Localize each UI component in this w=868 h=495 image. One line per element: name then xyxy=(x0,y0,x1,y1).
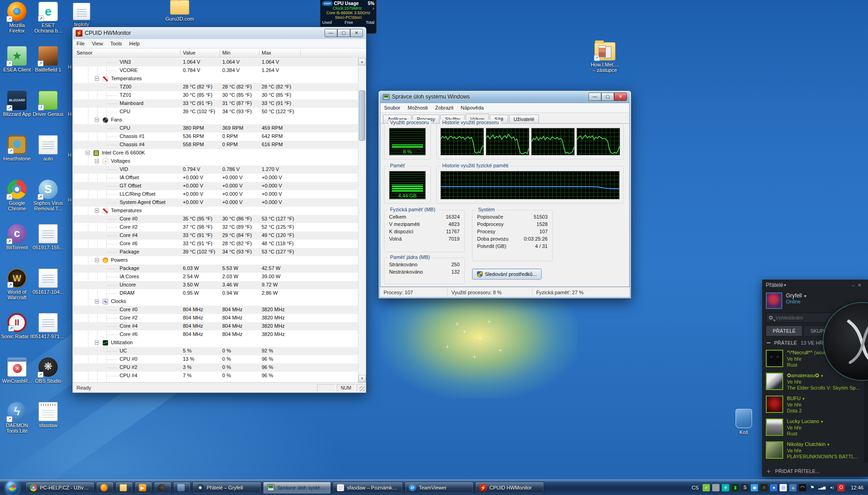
desktop-icon-esea-client[interactable]: ★↗ESEA Client xyxy=(1,46,33,72)
desktop-icon-eset-ochrana-b-[interactable]: e↗ESET Ochrana b... xyxy=(32,2,64,33)
minimize-button[interactable]: – xyxy=(852,282,857,288)
collapse-toggle[interactable] xyxy=(95,258,99,262)
tray-radar-icon[interactable]: ◠ xyxy=(799,484,806,491)
menu-item-help[interactable]: Help xyxy=(126,39,143,48)
scrollbar-thumb[interactable] xyxy=(359,90,365,141)
maximize-button[interactable]: ▢ xyxy=(337,29,350,37)
collapse-toggle[interactable] xyxy=(95,341,99,345)
menu-item-view[interactable]: View xyxy=(88,39,107,48)
clock[interactable]: 12:46 xyxy=(851,485,863,490)
steam-username[interactable]: Gryfell xyxy=(786,292,802,299)
tray-nvidia-icon[interactable]: n xyxy=(760,484,768,491)
desktop-icon-google-chrome[interactable]: ↗Google Chrome xyxy=(1,180,33,211)
column-sensor[interactable]: Sensor xyxy=(77,50,93,55)
menu-item-nápověda[interactable]: Nápověda xyxy=(457,103,487,112)
desktop-icon-teploty[interactable]: teploty xyxy=(68,3,95,27)
steam-friends-header[interactable]: Přátelé ▼ –✕ xyxy=(762,280,868,291)
desktop-icon-051917-155-[interactable]: 051917-155... xyxy=(32,224,64,250)
column-max[interactable]: Max xyxy=(262,50,271,55)
tray-gem-icon[interactable]: ◆ xyxy=(751,484,758,491)
tray-network-icon[interactable]: ▂▄▆ xyxy=(818,484,825,491)
minimize-button[interactable]: — xyxy=(324,29,337,37)
desktop-icon-blizzard-app[interactable]: BLIZZARD↗Blizzard App xyxy=(1,91,33,117)
start-button[interactable] xyxy=(0,480,25,495)
desktop-icon-guru3d[interactable]: Guru3D.com xyxy=(161,0,198,22)
tray-device-icon[interactable] xyxy=(712,484,720,491)
taskbar-button-pc-help-cz-u-ivat-[interactable]: PC-HELP.CZ - Uživat... xyxy=(26,482,94,494)
collapse-toggle[interactable] xyxy=(95,77,99,81)
taskbar-button-blue[interactable] xyxy=(173,482,191,494)
taskbar-button-sfasdaw-pozn-mko-[interactable]: sfasdaw – Poznámko... xyxy=(333,482,403,494)
desktop-icon-bittorrent[interactable]: c↗BitTorrent xyxy=(1,224,33,250)
taskbar-button-firefox[interactable] xyxy=(96,482,114,494)
desktop-icon-sonic-radar-ii[interactable]: II↗Sonic Radar II xyxy=(1,313,33,339)
column-min[interactable]: Min xyxy=(222,50,231,55)
menu-item-možnosti[interactable]: Možnosti xyxy=(404,103,431,112)
desktop-icon-driver-genius[interactable]: ↗Driver Genius xyxy=(32,91,64,117)
tray-shield-icon[interactable]: ▲ xyxy=(789,484,797,491)
language-indicator[interactable]: CS xyxy=(692,485,698,490)
desktop-icon-obs-studio[interactable]: ❋↗OBS Studio xyxy=(32,358,64,384)
close-button[interactable]: ✕ xyxy=(614,93,627,101)
taskbar-button-folder[interactable] xyxy=(115,482,133,494)
desktop-icon-051417-971-[interactable]: 051417-971... xyxy=(32,313,64,339)
tray-obs-icon[interactable]: O xyxy=(837,484,845,491)
add-friend-button[interactable]: + PŘIDAT PŘÍTELE... xyxy=(762,462,868,477)
resource-monitor-button[interactable]: Sledování prostředků... xyxy=(472,269,542,280)
avatar[interactable] xyxy=(766,292,782,309)
resize-grip[interactable] xyxy=(359,386,365,391)
desktop-icon-howimet[interactable]: ↗ How.I.Met.... – zástupce xyxy=(583,42,626,73)
friend-list-item[interactable]: BUFU ▼Ve hřeDota 2 xyxy=(762,393,868,416)
close-button[interactable]: ✕ xyxy=(350,29,363,37)
tray-chrome-icon[interactable]: ◎ xyxy=(780,484,787,491)
maximize-button[interactable]: ▢ xyxy=(601,93,614,101)
desktop-icon-sfasdaw[interactable]: sfasdaw xyxy=(32,402,64,428)
desktop-icon-051617-104-[interactable]: 051617-104... xyxy=(32,269,64,295)
overlay-dial[interactable] xyxy=(824,303,868,380)
task-manager-titlebar[interactable]: Správce úloh systému Windows — ▢ ✕ xyxy=(380,91,630,103)
taskbar-button-teamviewer[interactable]: TeamViewer xyxy=(405,482,473,494)
desktop-icon-wincrashr-[interactable]: WinCrashR... xyxy=(1,358,33,384)
desktop-icon-hearthstone[interactable]: ↗Hearthstone xyxy=(1,135,33,161)
collapse-toggle[interactable] xyxy=(95,209,99,213)
menu-item-soubor[interactable]: Soubor xyxy=(380,103,404,112)
taskbar-button-dark[interactable] xyxy=(154,482,171,494)
close-button[interactable]: ✕ xyxy=(857,282,864,288)
desktop-icon-sophos-virus-removal-t-[interactable]: S↗Sophos Virus Removal T... xyxy=(32,180,64,211)
vertical-scrollbar[interactable]: ▲ ▼ xyxy=(358,58,366,382)
tray-steam-icon[interactable]: S xyxy=(741,484,748,491)
desktop-icon-daemon-tools-lite[interactable]: ϟ↗DAEMON Tools Lite xyxy=(1,402,33,434)
scroll-up-arrow[interactable]: ▲ xyxy=(358,58,366,66)
tray-hwmonitor-icon[interactable]: ▮ xyxy=(731,484,739,491)
tray-sync-icon[interactable]: ✓ xyxy=(703,484,710,491)
tray-sphere-icon[interactable]: ● xyxy=(770,484,777,491)
hwmonitor-titlebar[interactable]: ⚡ CPUID HWMonitor — ▢ ✕ xyxy=(73,27,366,39)
menu-item-tools[interactable]: Tools xyxy=(106,39,126,48)
menu-item-file[interactable]: File xyxy=(73,39,88,48)
collapse-icon[interactable] xyxy=(767,342,770,343)
friend-list-item[interactable]: Nikolay Clutchkin ▼Ve hřePLAYERUNKNOWN'S… xyxy=(762,439,868,462)
desktop-icon-recycle-bin[interactable]: Koš xyxy=(728,409,760,435)
tray-volume-icon[interactable]: ◄) xyxy=(828,484,835,491)
desktop-icon-mozilla-firefox[interactable]: ↗Mozilla Firefox xyxy=(1,2,33,33)
tray-eset-icon[interactable]: e xyxy=(722,484,729,491)
tray-flag-icon[interactable]: ⚑ xyxy=(808,484,816,491)
tab-friends[interactable]: PŘÁTELÉ xyxy=(766,325,802,336)
desktop-icon-battlefield-1[interactable]: ↗Battlefield 1 xyxy=(32,46,64,72)
collapse-toggle[interactable] xyxy=(95,118,99,122)
taskbar-button-mpc[interactable]: ▶ xyxy=(135,482,152,494)
friend-list-item[interactable]: Lucky Luciano ▼Ve hřeRust xyxy=(762,416,868,439)
taskbar-button-p-tel-gryfell[interactable]: Přátelé – Gryfell xyxy=(192,482,261,494)
collapse-toggle[interactable] xyxy=(95,159,99,163)
hwmonitor-column-header[interactable]: Sensor Value Min Max xyxy=(73,49,366,58)
desktop-icon-world-of-warcraft[interactable]: W↗World of Warcraft xyxy=(1,269,33,300)
scroll-down-arrow[interactable]: ▼ xyxy=(358,375,366,382)
minimize-button[interactable]: — xyxy=(588,93,601,101)
collapse-toggle[interactable] xyxy=(86,151,90,155)
taskbar-button-cpuid-hwmonitor[interactable]: ⚡CPUID HWMonitor xyxy=(475,482,544,494)
collapse-toggle[interactable] xyxy=(95,299,99,303)
friends-header-title[interactable]: Přátelé xyxy=(766,282,783,288)
column-value[interactable]: Value xyxy=(183,50,195,55)
menu-item-zobrazit[interactable]: Zobrazit xyxy=(432,103,457,112)
desktop-icon-auto[interactable]: auto xyxy=(32,135,64,161)
